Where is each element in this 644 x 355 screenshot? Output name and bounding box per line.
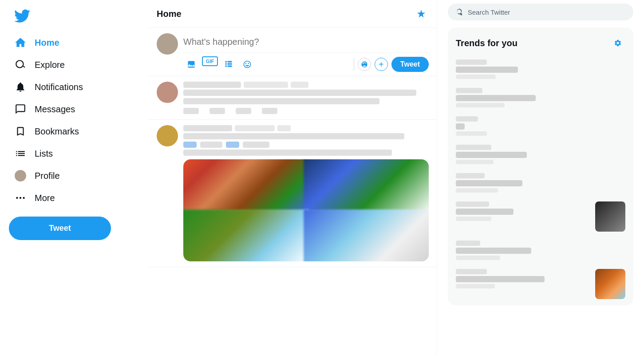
sidebar-item-profile[interactable]: Profile	[9, 165, 140, 186]
svg-point-0	[16, 197, 18, 199]
trend-category-skeleton	[456, 59, 487, 65]
poll-button[interactable]	[221, 56, 237, 72]
sidebar-item-label-profile: Profile	[35, 171, 60, 181]
trend-count-skeleton	[456, 103, 505, 107]
tweet-highlight-4	[243, 142, 269, 148]
trend-count-skeleton	[456, 131, 487, 136]
trends-settings-button[interactable]	[610, 36, 625, 51]
tweet-text-skeleton-2	[183, 98, 379, 104]
search-input[interactable]	[468, 8, 625, 16]
compose-divider	[354, 58, 354, 71]
main-feed: Home GIF	[149, 0, 437, 355]
audience-button[interactable]	[358, 58, 371, 71]
sidebar-item-more[interactable]: More	[9, 187, 140, 209]
trend-item[interactable]	[448, 83, 633, 112]
trend-category-skeleton	[456, 241, 480, 246]
trend-text	[456, 173, 625, 193]
tweet-text-skeleton-1	[183, 90, 416, 96]
gif-button[interactable]: GIF	[202, 56, 218, 66]
compose-action-icons: GIF	[183, 56, 350, 72]
trend-count-skeleton	[456, 256, 500, 260]
trend-name-skeleton	[456, 67, 518, 73]
search-bar[interactable]	[448, 4, 633, 20]
trend-item[interactable]	[448, 55, 633, 83]
sidebar-item-label-messages: Messages	[35, 104, 75, 114]
trend-name-skeleton	[456, 248, 531, 254]
tweet-stat-skeleton-2	[209, 108, 225, 114]
trend-name-skeleton	[456, 123, 465, 130]
compose-tweet-button[interactable]: Tweet	[391, 57, 429, 72]
trend-count-skeleton	[456, 217, 491, 221]
tweet-button[interactable]: Tweet	[9, 217, 111, 240]
trend-item[interactable]	[448, 112, 633, 140]
sidebar-item-notifications[interactable]: Notifications	[9, 76, 140, 98]
trend-category-skeleton	[456, 201, 489, 207]
explore-icon	[14, 59, 27, 71]
tweet-name-skeleton	[183, 82, 241, 88]
tweet-item	[149, 76, 437, 120]
tweet-highlight-1	[183, 142, 197, 148]
trend-category-skeleton	[456, 269, 487, 274]
trend-item[interactable]	[448, 236, 633, 264]
search-icon	[456, 8, 463, 16]
tweet-text-row	[183, 133, 429, 156]
trends-header: Trends for you	[448, 29, 633, 55]
tweet-handle-skeleton	[244, 82, 288, 88]
tweet-time-skeleton	[277, 125, 291, 131]
tweet-highlight-2	[200, 142, 222, 148]
trend-name-skeleton	[456, 152, 527, 158]
trend-item-with-image[interactable]	[448, 264, 633, 304]
compose-input[interactable]	[183, 33, 429, 51]
home-icon	[14, 36, 27, 49]
trend-item[interactable]	[448, 169, 633, 197]
sidebar-item-home[interactable]: Home	[9, 32, 140, 53]
tweet-image-cell	[304, 159, 429, 211]
trend-count-skeleton	[456, 188, 498, 193]
messages-icon	[14, 103, 27, 115]
sidebar-item-label-home: Home	[35, 38, 59, 48]
sidebar-item-messages[interactable]: Messages	[9, 99, 140, 120]
trend-thumbnail	[595, 201, 625, 232]
trends-title: Trends for you	[456, 38, 518, 48]
right-sidebar: Trends for you	[437, 0, 644, 355]
svg-point-1	[20, 197, 21, 199]
sidebar-item-label-explore: Explore	[35, 60, 65, 70]
trend-thumbnail	[595, 269, 625, 299]
trend-category-skeleton	[456, 145, 491, 150]
avatar	[157, 82, 178, 103]
sparkle-icon[interactable]	[414, 6, 429, 21]
tweet-image-cell	[183, 209, 308, 261]
tweet-body	[183, 82, 429, 114]
image-upload-button[interactable]	[183, 56, 199, 72]
tweet-highlight-3	[226, 142, 239, 148]
tweet-header	[183, 125, 429, 131]
trend-text	[456, 88, 625, 107]
trend-category-skeleton	[456, 173, 485, 178]
sidebar-item-bookmarks[interactable]: Bookmarks	[9, 121, 140, 142]
tweet-time-skeleton	[291, 82, 308, 88]
tweet-item	[149, 120, 437, 267]
tweet-stats	[183, 108, 429, 114]
tweet-stat-skeleton-3	[236, 108, 251, 114]
compose-right: GIF + Tweet	[183, 33, 429, 72]
tweet-image-cell	[183, 159, 308, 211]
trend-item-with-image[interactable]	[448, 197, 633, 236]
tweet-text-skeleton-3	[183, 150, 392, 156]
notifications-icon	[14, 81, 27, 93]
trend-item[interactable]	[448, 140, 633, 169]
sidebar-item-explore[interactable]: Explore	[9, 54, 140, 75]
avatar	[157, 125, 178, 146]
lists-icon	[14, 147, 27, 160]
twitter-logo[interactable]	[9, 4, 140, 30]
trend-count-skeleton	[456, 284, 495, 288]
tweet-name-skeleton	[183, 125, 232, 131]
trend-text	[456, 269, 590, 288]
sidebar-item-lists[interactable]: Lists	[9, 143, 140, 164]
compose-box: GIF + Tweet	[149, 28, 437, 76]
emoji-button[interactable]	[239, 56, 255, 72]
add-tweet-button[interactable]: +	[375, 58, 388, 71]
tweet-text-row	[183, 90, 429, 104]
tweet-stat-skeleton-1	[183, 108, 199, 114]
sidebar-item-label-more: More	[35, 193, 55, 203]
svg-point-2	[23, 197, 24, 199]
